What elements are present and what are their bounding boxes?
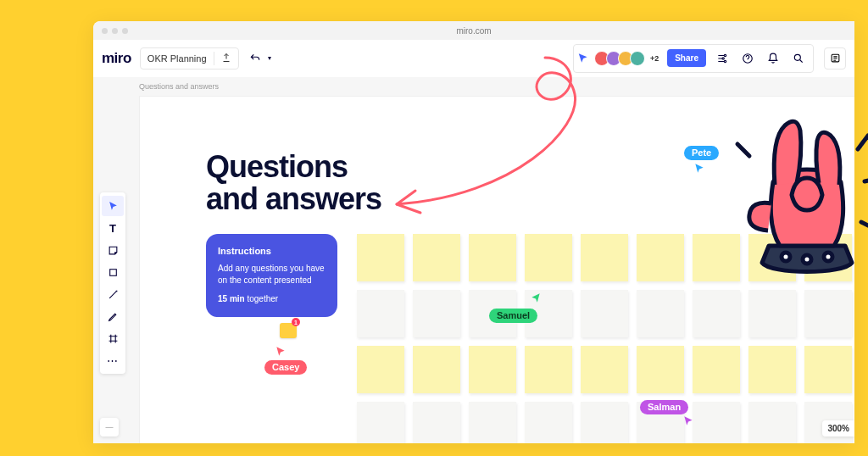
sticky-note[interactable] [413, 346, 460, 393]
url-bar: miro.com [456, 26, 491, 36]
help-icon[interactable] [737, 47, 759, 70]
board-menu-icon[interactable] [824, 47, 846, 70]
sticky-note[interactable] [693, 234, 740, 281]
miro-logo[interactable]: miro [102, 50, 131, 67]
time-rest: together [245, 294, 278, 303]
sticky-note[interactable] [804, 290, 852, 337]
sticky-note[interactable] [413, 402, 460, 443]
time-bold: 15 min [218, 294, 245, 303]
sticky-note[interactable] [581, 234, 628, 281]
minimap-button[interactable]: — [100, 418, 119, 437]
left-toolbar: T ⋯ [100, 192, 125, 374]
title-line-1: Questions [206, 149, 348, 184]
board-title: Questions and answers [206, 151, 381, 215]
sticky-note[interactable] [637, 346, 684, 393]
settings-icon[interactable] [711, 47, 733, 70]
sticky-note[interactable] [525, 346, 572, 393]
sticky-tool[interactable] [102, 240, 124, 260]
svg-point-0 [724, 54, 726, 56]
frame-label: Questions and answers [139, 82, 219, 91]
line-tool[interactable] [102, 284, 124, 304]
sticky-note[interactable] [357, 290, 404, 337]
sticky-note[interactable] [748, 234, 796, 281]
sticky-note[interactable] [581, 290, 628, 337]
board-name: OKR Planning [147, 53, 207, 64]
title-line-2: and answers [206, 181, 381, 216]
browser-chrome: miro.com [93, 21, 854, 40]
bell-icon[interactable] [762, 47, 784, 70]
sticky-note[interactable] [413, 290, 460, 337]
sticky-note[interactable] [693, 346, 740, 393]
more-tools[interactable]: ⋯ [102, 350, 124, 370]
sticky-note[interactable] [804, 234, 852, 281]
instructions-card[interactable]: Instructions Add any questions you have … [206, 234, 337, 317]
share-button[interactable]: Share [667, 49, 706, 67]
traffic-lights [102, 28, 128, 34]
cursor-label-samuel: Samuel [489, 309, 537, 323]
canvas-frame[interactable]: Questions and answers Instructions Add a… [139, 96, 854, 443]
sticky-note[interactable] [637, 234, 684, 281]
top-bar: miro OKR Planning ▾ +2 Share [93, 40, 854, 77]
board-name-box[interactable]: OKR Planning [140, 47, 239, 70]
close-dot[interactable] [102, 28, 108, 34]
workspace[interactable]: Questions and answers Questions and answ… [93, 77, 854, 443]
comment-badge: 1 [292, 318, 300, 326]
sticky-note[interactable] [469, 234, 516, 281]
sticky-note[interactable] [748, 290, 796, 337]
sticky-note[interactable] [581, 346, 628, 393]
minimize-dot[interactable] [112, 28, 118, 34]
sticky-note[interactable] [748, 346, 796, 393]
sticky-note[interactable] [693, 402, 740, 443]
svg-point-4 [794, 54, 800, 60]
cursor-label-casey: Casey [264, 360, 307, 375]
svg-point-1 [722, 57, 724, 58]
sticky-note[interactable] [581, 402, 628, 443]
sticky-note[interactable] [357, 346, 404, 393]
arrow-annotation [367, 49, 604, 236]
sticky-note[interactable] [357, 234, 404, 281]
undo-chevron-icon[interactable]: ▾ [268, 54, 271, 62]
select-tool[interactable] [102, 196, 124, 216]
avatar-overflow-count[interactable]: +2 [650, 54, 659, 63]
sticky-note[interactable] [357, 402, 404, 443]
frame-tool[interactable] [102, 328, 124, 348]
instructions-time: 15 min together [218, 294, 326, 303]
svg-point-2 [724, 60, 726, 62]
zoom-level[interactable]: 300% [822, 420, 854, 437]
sticky-note[interactable] [413, 234, 460, 281]
avatar-stack[interactable] [594, 51, 645, 66]
undo-button[interactable] [244, 47, 266, 70]
top-right-cluster: +2 Share [573, 44, 814, 73]
avatar[interactable] [630, 51, 645, 66]
search-icon[interactable] [787, 47, 810, 70]
sticky-note[interactable] [693, 290, 740, 337]
cursor-label-salman: Salman [640, 400, 688, 414]
sticky-note[interactable] [469, 346, 516, 393]
shape-tool[interactable] [102, 262, 124, 282]
instructions-body: Add any questions you have on the conten… [218, 263, 326, 286]
pen-tool[interactable] [102, 306, 124, 326]
sticky-note[interactable] [525, 234, 572, 281]
sticky-note[interactable] [804, 346, 852, 393]
sticky-note[interactable] [748, 402, 796, 443]
sticky-note[interactable] [525, 402, 572, 443]
sticky-note[interactable] [469, 402, 516, 443]
cursor-label-pete: Pete [684, 146, 719, 160]
sticky-grid [357, 234, 852, 443]
sticky-note[interactable] [637, 290, 684, 337]
browser-window: miro.com miro OKR Planning ▾ +2 [93, 21, 854, 443]
instructions-heading: Instructions [218, 246, 326, 256]
cursor-presence-icon[interactable] [577, 53, 589, 64]
svg-rect-6 [109, 269, 116, 275]
text-tool[interactable]: T [102, 218, 124, 238]
export-icon[interactable] [221, 53, 231, 64]
divider [214, 52, 214, 65]
maximize-dot[interactable] [122, 28, 128, 34]
